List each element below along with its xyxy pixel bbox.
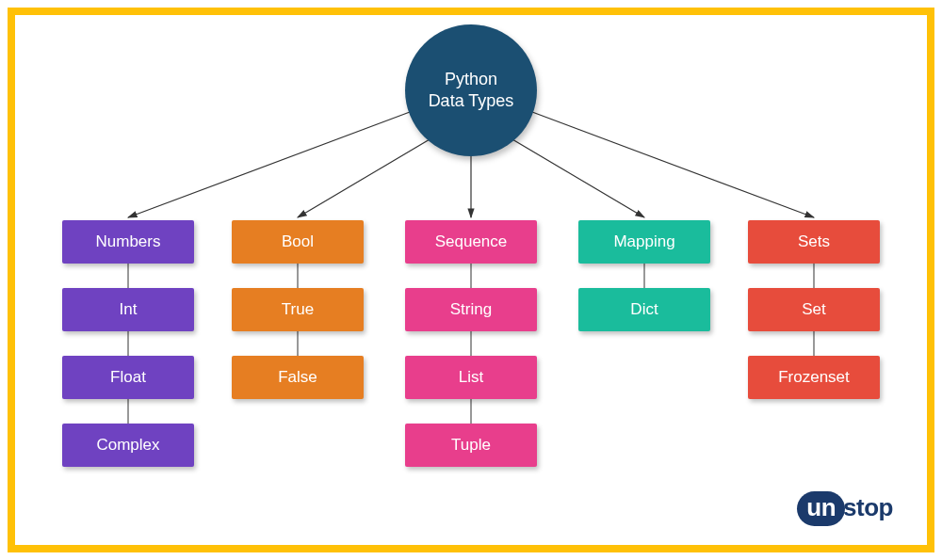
category-sets: Sets — [748, 220, 880, 264]
logo-part2: stop — [843, 493, 893, 521]
svg-line-4 — [525, 109, 814, 217]
category-label: Sets — [798, 232, 830, 251]
leaf-float: Float — [62, 356, 194, 399]
leaf-label: Dict — [630, 300, 658, 319]
leaf-label: Tuple — [451, 436, 491, 455]
leaf-false: False — [232, 356, 364, 399]
brand-logo: unstop — [797, 491, 893, 526]
svg-line-1 — [298, 133, 441, 217]
svg-line-0 — [128, 109, 417, 217]
leaf-list: List — [405, 356, 537, 399]
leaf-label: False — [278, 368, 317, 387]
leaf-label: Set — [802, 300, 826, 319]
category-label: Numbers — [96, 232, 161, 251]
leaf-label: Float — [110, 368, 146, 387]
category-label: Bool — [282, 232, 314, 251]
logo-part1: un — [797, 491, 845, 526]
leaf-int: Int — [62, 288, 194, 331]
category-sequence: Sequence — [405, 220, 537, 264]
root-line1: Python — [429, 69, 514, 90]
svg-line-3 — [501, 133, 644, 217]
leaf-set: Set — [748, 288, 880, 331]
leaf-true: True — [232, 288, 364, 331]
category-numbers: Numbers — [62, 220, 194, 264]
leaf-label: List — [459, 368, 483, 387]
root-line2: Data Types — [429, 90, 514, 112]
leaf-frozenset: Frozenset — [748, 356, 880, 399]
root-node: Python Data Types — [405, 24, 537, 156]
leaf-dict: Dict — [578, 288, 710, 331]
category-label: Sequence — [435, 232, 508, 251]
leaf-label: Complex — [96, 436, 159, 455]
leaf-label: Int — [120, 300, 138, 319]
leaf-complex: Complex — [62, 424, 194, 467]
leaf-label: True — [282, 300, 314, 319]
category-mapping: Mapping — [578, 220, 710, 264]
category-label: Mapping — [613, 232, 674, 251]
leaf-label: Frozenset — [778, 368, 850, 387]
leaf-label: String — [450, 300, 492, 319]
leaf-string: String — [405, 288, 537, 331]
leaf-tuple: Tuple — [405, 424, 537, 467]
category-bool: Bool — [232, 220, 364, 264]
